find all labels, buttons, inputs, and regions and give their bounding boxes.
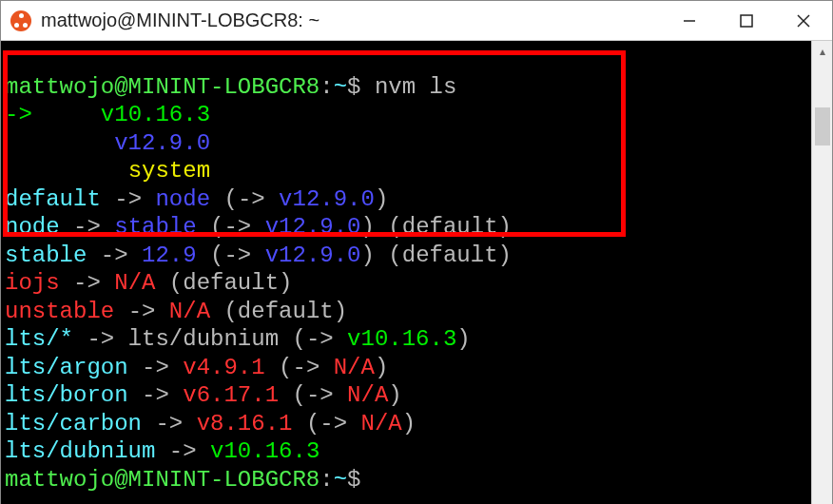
na-text: N/A xyxy=(361,411,402,436)
open-paren: ( xyxy=(292,382,305,408)
maximize-icon xyxy=(740,14,753,28)
v12-version: v12.9.0 xyxy=(114,130,210,156)
scrollbar-up-icon[interactable]: ▴ xyxy=(812,41,832,62)
maximize-button[interactable] xyxy=(718,1,775,40)
alias-lts-argon: lts/argon xyxy=(5,355,128,380)
na-text: N/A xyxy=(347,382,388,408)
close-paren: ) xyxy=(375,186,388,212)
open-paren: ( xyxy=(279,355,292,380)
window-title: mattwojo@MININT-LOBGCR8: ~ xyxy=(41,10,661,31)
arrow-text: -> xyxy=(142,382,169,408)
open-paren: ( xyxy=(306,411,320,436)
alias-lts-dubnium: lts/dubnium xyxy=(5,438,155,464)
terminal-window: mattwojo@MININT-LOBGCR8: ~ mattwojo@MINI… xyxy=(0,0,833,504)
open-paren: ( xyxy=(210,214,223,240)
alias-unstable: unstable xyxy=(5,299,114,324)
minimize-button[interactable] xyxy=(661,1,718,40)
arrow-text: -> xyxy=(169,438,197,464)
v10-version: v10.16.3 xyxy=(347,326,456,352)
v10-version: v10.16.3 xyxy=(101,102,210,127)
arrow-text: -> xyxy=(87,326,114,352)
prompt-sep: : xyxy=(320,74,333,100)
stable-target: stable xyxy=(114,214,196,240)
prompt-user: mattwojo@MININT-LOBGCR8 xyxy=(5,74,320,100)
scrollbar[interactable]: ▴ xyxy=(811,41,832,504)
node-target: node xyxy=(155,186,210,212)
arrow-text: -> xyxy=(292,355,320,380)
system-version: system xyxy=(128,158,210,184)
open-paren: ( xyxy=(223,186,237,212)
open-paren: ( xyxy=(292,326,305,352)
close-button[interactable] xyxy=(775,1,832,40)
minimize-icon xyxy=(683,14,696,28)
v12-version: v12.9.0 xyxy=(265,242,361,268)
arrow-text: -> xyxy=(114,186,142,212)
arrow-text: -> xyxy=(101,242,128,268)
lts-dubnium-target: lts/dubnium xyxy=(128,326,279,352)
prompt-path: ~ xyxy=(334,467,347,493)
arrow-text: -> xyxy=(73,270,101,296)
close-paren: ) xyxy=(402,411,416,436)
default-label: (default) xyxy=(388,214,512,240)
arrow-text: -> xyxy=(306,326,334,352)
cursor-space xyxy=(360,467,374,493)
ubuntu-icon xyxy=(10,10,31,31)
alias-lts-carbon: lts/carbon xyxy=(5,411,142,436)
v12-version: v12.9.0 xyxy=(279,186,375,212)
arrow-text: -> xyxy=(320,411,347,436)
alias-lts-boron: lts/boron xyxy=(5,382,128,408)
v8-version: v8.16.1 xyxy=(197,411,293,436)
close-paren: ) xyxy=(361,242,375,268)
close-icon xyxy=(797,14,810,28)
close-paren: ) xyxy=(361,214,375,240)
default-label: (default) xyxy=(388,242,512,268)
arrow-text: -> xyxy=(155,411,183,436)
scrollbar-thumb[interactable] xyxy=(815,107,830,145)
arrow-text: -> xyxy=(306,382,334,408)
arrow-text: -> xyxy=(73,214,101,240)
v6-version: v6.17.1 xyxy=(183,382,279,408)
arrow-text: -> xyxy=(142,355,169,380)
window-controls xyxy=(661,1,832,40)
prompt-end: $ xyxy=(347,467,360,493)
titlebar: mattwojo@MININT-LOBGCR8: ~ xyxy=(1,1,832,41)
alias-default: default xyxy=(5,186,101,212)
command-text: nvm ls xyxy=(375,74,456,100)
close-paren: ) xyxy=(456,326,470,352)
na-text: N/A xyxy=(169,299,210,324)
na-text: N/A xyxy=(334,355,375,380)
content-area: mattwojo@MININT-LOBGCR8:~$ nvm ls -> v10… xyxy=(1,41,832,504)
arrow-text: -> xyxy=(238,186,265,212)
v10-version: v10.16.3 xyxy=(210,438,320,464)
prompt-end: $ xyxy=(347,74,360,100)
default-label: (default) xyxy=(169,270,293,296)
prompt-sep: : xyxy=(320,467,333,493)
command-text xyxy=(360,74,374,100)
na-text: N/A xyxy=(114,270,155,296)
alias-node: node xyxy=(5,214,60,240)
alias-lts-star: lts/* xyxy=(5,326,73,352)
current-arrow: -> xyxy=(5,102,32,127)
v4-version: v4.9.1 xyxy=(183,355,264,380)
v12-version: v12.9.0 xyxy=(265,214,361,240)
close-paren: ) xyxy=(375,355,388,380)
arrow-text: -> xyxy=(223,214,251,240)
svg-rect-1 xyxy=(741,15,752,27)
v12_9-target: 12.9 xyxy=(142,242,197,268)
alias-stable: stable xyxy=(5,242,87,268)
default-label: (default) xyxy=(223,299,347,324)
alias-iojs: iojs xyxy=(5,270,60,296)
prompt-user: mattwojo@MININT-LOBGCR8 xyxy=(5,467,320,493)
close-paren: ) xyxy=(388,382,401,408)
prompt-path: ~ xyxy=(334,74,347,100)
open-paren: ( xyxy=(210,242,223,268)
arrow-text: -> xyxy=(223,242,251,268)
terminal-output[interactable]: mattwojo@MININT-LOBGCR8:~$ nvm ls -> v10… xyxy=(1,41,811,504)
arrow-text: -> xyxy=(128,299,156,324)
